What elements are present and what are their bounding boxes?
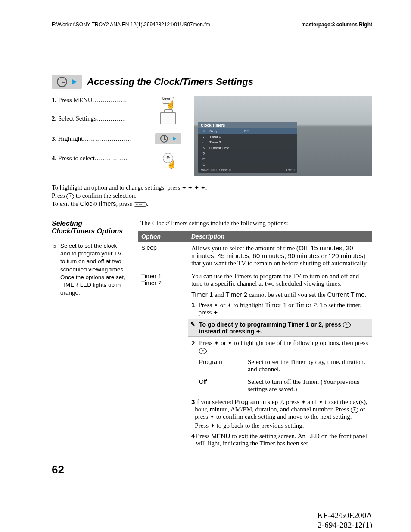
clock-icon	[57, 77, 67, 87]
enter-button-icon: +	[351, 407, 358, 413]
step-row: 1. Press MENU.................. MENU	[52, 96, 181, 104]
tip-block: ☼ Select to set the clock and to program…	[52, 242, 127, 297]
menu-button-icon: MENU	[134, 202, 147, 207]
pencil-icon: ✎	[190, 321, 195, 327]
intro-text: The Clock/Timers settings include the fo…	[140, 220, 372, 227]
down-arrow-icon: ✦	[227, 302, 232, 308]
steps-list: 1. Press MENU.................. MENU 2. …	[52, 96, 181, 176]
sidebar-title: Selecting Clock/Timers Options	[52, 220, 127, 235]
file-path: F:\Worker\SONY TROY2 ANA EN 12(1)\269428…	[52, 22, 210, 28]
clock-badge-icon	[52, 75, 82, 89]
lightbulb-icon: ☼	[52, 242, 58, 297]
step-row: 4. Press to select................ ⊕	[52, 153, 181, 163]
screenshot-osd: Clock/Timers ☀SleepOff ♪Timer 1 ▭Timer 2…	[194, 96, 372, 176]
option-sleep: Sleep	[138, 242, 188, 270]
desc-sleep: Allows you to select the amount of time …	[188, 242, 372, 270]
up-arrow-icon: ✦	[214, 302, 218, 308]
triangle-right-icon	[72, 79, 77, 84]
option-timers: Timer 1 Timer 2	[138, 270, 188, 450]
section-heading: Accessing the Clock/Timers Settings	[52, 75, 372, 89]
step-row: 2. Select Settings..............	[52, 112, 181, 124]
hand-press-menu-icon: MENU	[162, 97, 174, 104]
hand-press-enter-icon: ⊕	[163, 153, 173, 163]
toolbox-icon	[160, 112, 176, 124]
note-bar: ✎ To go directly to programming Timer 1 …	[188, 319, 372, 337]
enter-button-icon: +	[343, 322, 351, 328]
masterpage-label: masterpage:3 columns Right	[301, 22, 372, 28]
instruction-notes: To highlight an option and to change set…	[52, 184, 372, 208]
right-arrow-icon: ✦	[213, 309, 218, 316]
enter-button-icon: +	[66, 193, 74, 199]
options-table: Option Description Sleep Allows you to s…	[138, 231, 372, 450]
footer: KF-42/50E200A 2-694-282-12(1)	[52, 511, 372, 530]
page-number: 62	[52, 463, 372, 476]
desc-timers: You can use the Timers to program the TV…	[188, 270, 372, 450]
header-bar: F:\Worker\SONY TROY2 ANA EN 12(1)\269428…	[52, 22, 372, 28]
tip-text: Select to set the clock and to program y…	[60, 242, 127, 297]
section-title: Accessing the Clock/Timers Settings	[87, 76, 253, 87]
arrows-icon: ✦ ✦ ✦ ✦	[182, 184, 206, 191]
clock-highlight-icon	[155, 133, 181, 144]
step-row: 3. Highlight........................	[52, 133, 181, 144]
col-option: Option	[138, 231, 188, 242]
enter-button-icon: +	[199, 348, 207, 354]
col-description: Description	[188, 231, 372, 242]
